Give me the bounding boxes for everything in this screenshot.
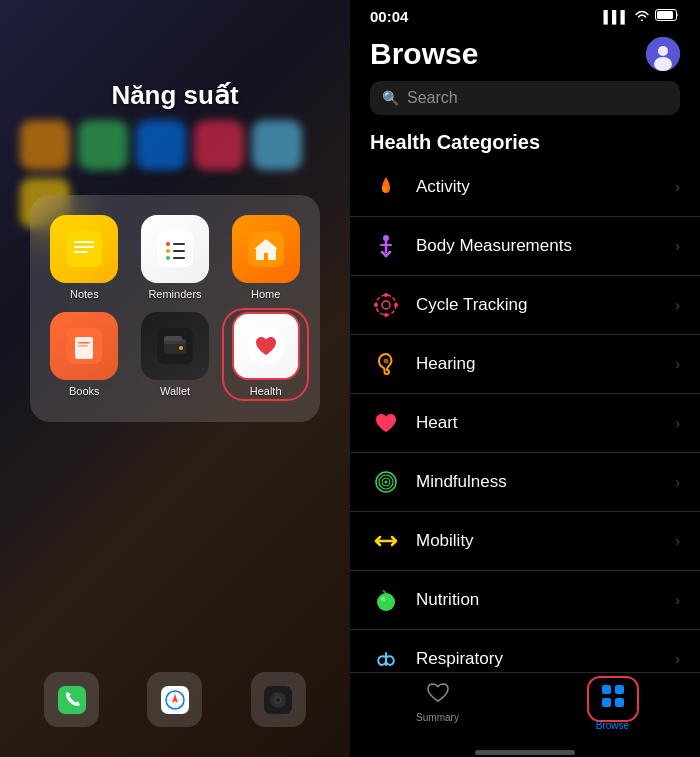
category-heart[interactable]: Heart ›: [350, 394, 700, 453]
svg-rect-2: [74, 246, 94, 248]
categories-list: Activity › Body Measurements ›: [350, 158, 700, 672]
category-hearing[interactable]: Hearing ›: [350, 335, 700, 394]
mobility-icon: [370, 525, 402, 557]
battery-icon: [655, 9, 680, 24]
respiratory-label: Respiratory: [416, 649, 661, 669]
tab-bar: Summary Browse: [350, 672, 700, 746]
app-item-books[interactable]: Books: [45, 312, 124, 397]
mindfulness-chevron: ›: [675, 474, 680, 490]
hearing-chevron: ›: [675, 356, 680, 372]
heart-icon: [370, 407, 402, 439]
home-label: Home: [251, 288, 280, 300]
cycle-tracking-chevron: ›: [675, 297, 680, 313]
svg-point-36: [658, 46, 668, 56]
search-icon: 🔍: [382, 90, 399, 106]
app-item-health[interactable]: Health: [226, 312, 305, 397]
category-cycle-tracking[interactable]: Cycle Tracking ›: [350, 276, 700, 335]
svg-rect-64: [615, 698, 624, 707]
app-item-home[interactable]: Home: [226, 215, 305, 300]
svg-rect-14: [75, 337, 93, 359]
svg-rect-15: [78, 342, 90, 344]
svg-rect-3: [74, 251, 88, 253]
wifi-icon: [634, 9, 650, 24]
app-folder: Notes Reminders: [30, 195, 320, 422]
reminders-icon: [141, 215, 209, 283]
mobility-chevron: ›: [675, 533, 680, 549]
mobility-label: Mobility: [416, 531, 661, 551]
dock-phone[interactable]: [44, 672, 99, 727]
svg-rect-8: [173, 250, 185, 252]
nutrition-chevron: ›: [675, 592, 680, 608]
svg-rect-62: [615, 685, 624, 694]
svg-rect-34: [657, 11, 673, 19]
left-panel: Năng suất Notes: [0, 0, 350, 757]
home-indicator: [475, 750, 575, 755]
svg-rect-4: [157, 231, 193, 267]
nutrition-icon: [370, 584, 402, 616]
app-grid: Notes Reminders: [45, 215, 305, 397]
heart-label: Heart: [416, 413, 661, 433]
signal-icon: ▌▌▌: [603, 10, 629, 24]
app-item-wallet[interactable]: Wallet: [136, 312, 215, 397]
svg-rect-61: [602, 685, 611, 694]
tab-summary[interactable]: Summary: [350, 681, 525, 731]
summary-tab-icon: [426, 681, 450, 709]
activity-chevron: ›: [675, 179, 680, 195]
svg-rect-1: [74, 241, 94, 243]
app-item-notes[interactable]: Notes: [45, 215, 124, 300]
respiratory-icon: [370, 643, 402, 672]
dock-music[interactable]: [251, 672, 306, 727]
nutrition-label: Nutrition: [416, 590, 661, 610]
svg-rect-6: [173, 243, 185, 245]
category-activity[interactable]: Activity ›: [350, 158, 700, 217]
search-placeholder: Search: [407, 89, 458, 107]
health-icon: [232, 312, 300, 380]
cycle-tracking-label: Cycle Tracking: [416, 295, 661, 315]
svg-point-51: [384, 359, 389, 364]
summary-tab-label: Summary: [416, 712, 459, 723]
folder-title: Năng suất: [0, 80, 350, 111]
body-measurements-label: Body Measurements: [416, 236, 661, 256]
svg-point-39: [382, 186, 386, 192]
app-item-reminders[interactable]: Reminders: [136, 215, 215, 300]
body-measurements-icon: [370, 230, 402, 262]
avatar[interactable]: [646, 37, 680, 71]
svg-rect-0: [66, 231, 102, 267]
activity-icon: [370, 171, 402, 203]
browse-tab-icon: [592, 681, 634, 717]
svg-point-5: [166, 242, 170, 246]
svg-point-47: [384, 293, 388, 297]
status-icons: ▌▌▌: [603, 9, 680, 24]
category-mobility[interactable]: Mobility ›: [350, 512, 700, 571]
category-mindfulness[interactable]: Mindfulness ›: [350, 453, 700, 512]
category-respiratory[interactable]: Respiratory ›: [350, 630, 700, 672]
svg-point-48: [384, 313, 388, 317]
svg-rect-20: [164, 336, 182, 341]
health-label: Health: [250, 385, 282, 397]
hearing-label: Hearing: [416, 354, 661, 374]
category-nutrition[interactable]: Nutrition ›: [350, 571, 700, 630]
hearing-icon: [370, 348, 402, 380]
svg-point-49: [374, 303, 378, 307]
dock: [20, 672, 330, 727]
svg-point-37: [654, 57, 672, 71]
status-time: 00:04: [370, 8, 408, 25]
svg-point-45: [376, 295, 396, 315]
tab-browse[interactable]: Browse: [525, 681, 700, 731]
reminders-label: Reminders: [148, 288, 201, 300]
dock-safari[interactable]: [147, 672, 202, 727]
category-body-measurements[interactable]: Body Measurements ›: [350, 217, 700, 276]
respiratory-chevron: ›: [675, 651, 680, 667]
svg-point-46: [382, 301, 390, 309]
svg-point-7: [166, 249, 170, 253]
svg-point-9: [166, 256, 170, 260]
svg-point-21: [179, 346, 183, 350]
app-header: Browse: [350, 29, 700, 77]
search-bar[interactable]: 🔍 Search: [370, 81, 680, 115]
body-measurements-chevron: ›: [675, 238, 680, 254]
books-label: Books: [69, 385, 100, 397]
status-bar: 00:04 ▌▌▌: [350, 0, 700, 29]
browse-tab-label: Browse: [596, 720, 629, 731]
notes-icon: [50, 215, 118, 283]
heart-chevron: ›: [675, 415, 680, 431]
